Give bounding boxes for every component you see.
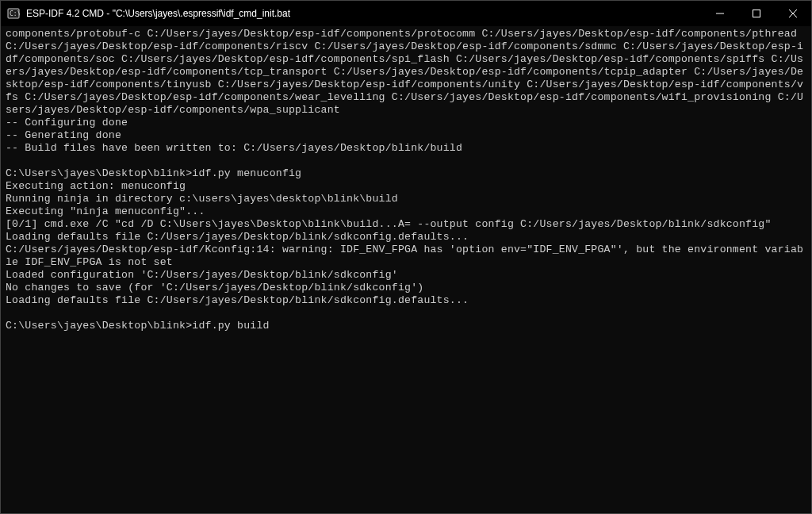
window-controls — [702, 1, 811, 26]
close-button[interactable] — [775, 1, 811, 26]
svg-text:C:\: C:\ — [10, 10, 20, 17]
window-title: ESP-IDF 4.2 CMD - "C:\Users\jayes\.espre… — [26, 8, 702, 19]
terminal-output[interactable]: components/protobuf-c C:/Users/jayes/Des… — [1, 26, 811, 513]
terminal-window: C:\ ESP-IDF 4.2 CMD - "C:\Users\jayes\.e… — [0, 0, 812, 514]
titlebar[interactable]: C:\ ESP-IDF 4.2 CMD - "C:\Users\jayes\.e… — [1, 1, 811, 26]
cmd-icon: C:\ — [7, 7, 20, 20]
svg-rect-3 — [753, 10, 760, 17]
maximize-button[interactable] — [738, 1, 775, 26]
minimize-button[interactable] — [702, 1, 738, 26]
